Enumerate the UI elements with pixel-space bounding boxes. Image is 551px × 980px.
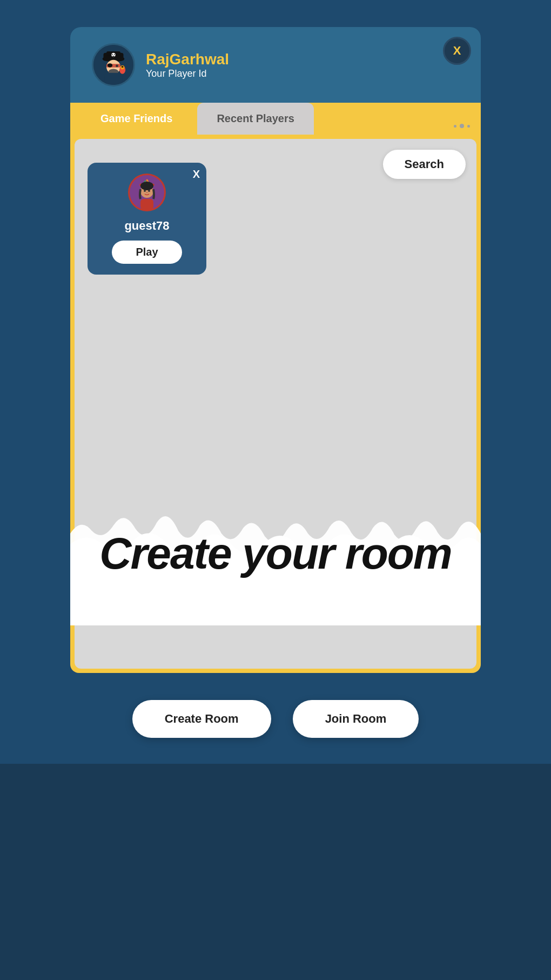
player-name: RajGarhwal	[146, 51, 229, 68]
background-scene	[0, 764, 551, 980]
native-avatar-icon	[130, 175, 164, 210]
tab-game-friends[interactable]: Game Friends	[81, 103, 192, 135]
dot-icon	[454, 125, 456, 128]
svg-point-5	[112, 54, 113, 55]
play-button[interactable]: Play	[112, 241, 182, 264]
header-info: RajGarhwal Your Player Id	[146, 51, 229, 79]
dot-icon	[467, 125, 470, 128]
torn-paper-container: Create your room	[70, 501, 481, 625]
svg-point-16	[122, 66, 124, 68]
svg-point-23	[140, 182, 153, 190]
tab-dots	[454, 124, 470, 135]
close-button[interactable]: X	[443, 37, 471, 65]
dot-icon	[460, 124, 464, 128]
svg-rect-7	[112, 56, 115, 56]
main-container: RajGarhwal Your Player Id X Game Friends…	[70, 27, 481, 759]
tabs-container: Game Friends Recent Players	[70, 103, 481, 135]
player-id-label: Your Player Id	[146, 68, 229, 79]
svg-rect-13	[104, 73, 122, 85]
player-card-avatar	[128, 174, 166, 211]
search-button[interactable]: Search	[383, 150, 466, 179]
torn-paper-text: Create your room	[70, 528, 481, 579]
header: RajGarhwal Your Player Id X	[70, 27, 481, 103]
player-card: X	[88, 163, 206, 275]
join-room-button[interactable]: Join Room	[293, 700, 419, 738]
pirate-avatar-icon	[93, 45, 133, 85]
svg-point-11	[116, 65, 118, 68]
card-close-button[interactable]: X	[193, 168, 200, 181]
create-room-button[interactable]: Create Room	[132, 700, 271, 738]
torn-paper-svg	[70, 501, 481, 625]
svg-rect-24	[140, 199, 153, 210]
svg-point-6	[114, 54, 115, 55]
player-avatar-container	[92, 43, 135, 86]
bottom-buttons: Create Room Join Room	[70, 689, 481, 759]
player-username: guest78	[124, 219, 169, 233]
tab-recent-players[interactable]: Recent Players	[197, 103, 313, 135]
svg-point-10	[107, 63, 112, 67]
svg-point-22	[146, 192, 148, 193]
content-inner: Search X	[75, 139, 476, 669]
content-area: Search X	[70, 135, 481, 673]
